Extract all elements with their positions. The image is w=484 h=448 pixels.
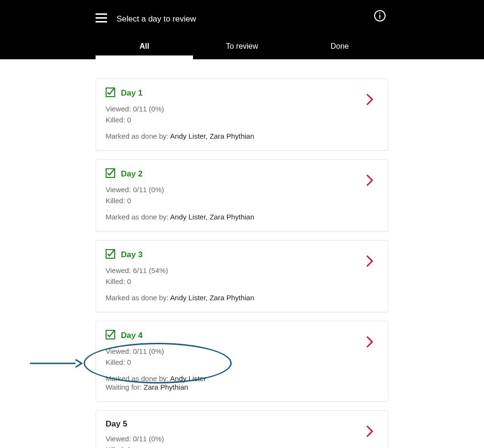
marked-section: Marked as done by: Andy Lister, Zara Phy… <box>106 213 378 221</box>
marked-section: Marked as done by: Andy Lister, Zara Phy… <box>106 132 378 141</box>
svg-rect-0 <box>96 13 107 15</box>
viewed-stat: Viewed: 6/11 (54%) <box>106 265 378 276</box>
header-top-row: Select a day to review <box>96 0 388 30</box>
svg-rect-2 <box>96 21 107 22</box>
marked-label: Marked as done by: <box>106 374 170 382</box>
check-icon <box>106 330 115 341</box>
day-list: Day 1 Viewed: 0/11 (0%) Killed: 0 Marked… <box>0 59 484 448</box>
day-card[interactable]: Day 1 Viewed: 0/11 (0%) Killed: 0 Marked… <box>96 78 388 151</box>
waiting-names: Zara Phythian <box>143 383 188 391</box>
tab-bar: All To review Done <box>96 30 388 59</box>
day-card[interactable]: Day 3 Viewed: 6/11 (54%) Killed: 0 Marke… <box>96 240 388 312</box>
menu-icon[interactable] <box>96 13 107 25</box>
tab-done[interactable]: Done <box>291 42 388 59</box>
svg-rect-5 <box>379 12 380 14</box>
marked-section: Marked as done by: Andy Lister, Zara Phy… <box>106 294 378 302</box>
tab-all[interactable]: All <box>96 42 193 59</box>
card-header: Day 4 <box>106 330 378 341</box>
killed-stat: Killed: 0 <box>106 115 378 126</box>
chevron-right-icon <box>366 93 374 108</box>
day-card[interactable]: Day 5 Viewed: 0/11 (0%) Killed: 0 Waitin… <box>96 410 388 448</box>
check-icon <box>106 249 115 261</box>
viewed-stat: Viewed: 0/11 (0%) <box>106 104 378 115</box>
card-header: Day 1 <box>106 87 378 99</box>
chevron-right-icon <box>366 174 374 188</box>
marked-names: Andy Lister, Zara Phythian <box>170 213 254 221</box>
viewed-stat: Viewed: 0/11 (0%) <box>106 434 378 445</box>
marked-label: Marked as done by: <box>106 132 170 140</box>
app-header: Select a day to review All To review Don… <box>0 0 484 59</box>
tab-to-review[interactable]: To review <box>193 42 290 59</box>
marked-label: Marked as done by: <box>106 213 170 221</box>
chevron-right-icon <box>366 425 374 439</box>
day-card[interactable]: Day 2 Viewed: 0/11 (0%) Killed: 0 Marked… <box>96 159 388 231</box>
waiting-label: Waiting for: <box>106 383 143 391</box>
viewed-stat: Viewed: 0/11 (0%) <box>106 185 378 196</box>
day-title: Day 3 <box>121 250 142 260</box>
svg-rect-4 <box>379 15 380 19</box>
card-header: Day 3 <box>106 249 378 261</box>
marked-names: Andy Lister <box>170 374 206 382</box>
day-title: Day 2 <box>121 169 142 179</box>
marked-names: Andy Lister, Zara Phythian <box>170 294 254 302</box>
killed-stat: Killed: 0 <box>106 445 378 448</box>
check-icon <box>106 87 115 99</box>
chevron-right-icon <box>366 336 374 350</box>
card-header: Day 2 <box>106 168 378 180</box>
killed-stat: Killed: 0 <box>106 357 378 368</box>
killed-stat: Killed: 0 <box>106 196 378 207</box>
svg-rect-1 <box>96 17 107 19</box>
check-icon <box>106 168 115 180</box>
marked-section: Marked as done by: Andy Lister Waiting f… <box>106 374 378 392</box>
chevron-right-icon <box>366 255 374 269</box>
day-title: Day 5 <box>106 419 127 429</box>
viewed-stat: Viewed: 0/11 (0%) <box>106 346 378 357</box>
page-title: Select a day to review <box>117 14 196 24</box>
day-card[interactable]: Day 4 Viewed: 0/11 (0%) Killed: 0 Marked… <box>96 321 388 402</box>
marked-names: Andy Lister, Zara Phythian <box>170 132 254 140</box>
marked-label: Marked as done by: <box>106 294 170 302</box>
day-title: Day 1 <box>121 88 142 98</box>
day-title: Day 4 <box>121 331 142 340</box>
card-header: Day 5 <box>106 419 378 429</box>
info-icon[interactable] <box>374 10 386 24</box>
killed-stat: Killed: 0 <box>106 276 378 287</box>
